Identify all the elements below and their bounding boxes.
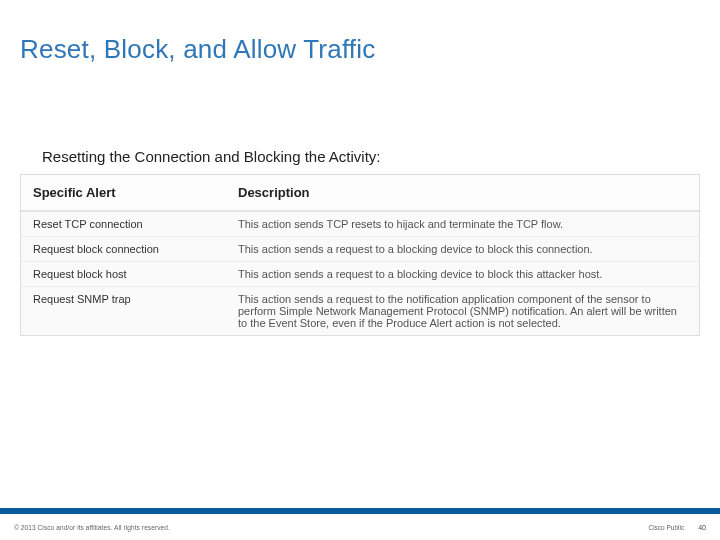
alert-table-container: Specific Alert Description Reset TCP con… [20, 174, 700, 336]
subheading: Resetting the Connection and Blocking th… [42, 148, 381, 165]
column-header-description: Description [226, 175, 699, 211]
slide-title: Reset, Block, and Allow Traffic [20, 34, 375, 65]
footer: © 2013 Cisco and/or its affiliates. All … [0, 514, 720, 540]
table-row: Request block connection This action sen… [21, 237, 699, 262]
alert-table: Specific Alert Description Reset TCP con… [21, 175, 699, 335]
table-header-row: Specific Alert Description [21, 175, 699, 211]
table-row: Request block host This action sends a r… [21, 262, 699, 287]
column-header-alert: Specific Alert [21, 175, 226, 211]
footer-right: Cisco Public 40 [648, 524, 706, 531]
table-row: Request SNMP trap This action sends a re… [21, 287, 699, 336]
cell-alert-name: Reset TCP connection [21, 211, 226, 237]
copyright-text: © 2013 Cisco and/or its affiliates. All … [14, 524, 170, 531]
slide: Reset, Block, and Allow Traffic Resettin… [0, 0, 720, 540]
cell-alert-name: Request block host [21, 262, 226, 287]
cell-alert-desc: This action sends TCP resets to hijack a… [226, 211, 699, 237]
cell-alert-name: Request block connection [21, 237, 226, 262]
cell-alert-desc: This action sends a request to a blockin… [226, 237, 699, 262]
footer-label: Cisco Public [648, 524, 684, 531]
page-number: 40 [698, 524, 706, 531]
cell-alert-name: Request SNMP trap [21, 287, 226, 336]
cell-alert-desc: This action sends a request to a blockin… [226, 262, 699, 287]
cell-alert-desc: This action sends a request to the notif… [226, 287, 699, 336]
table-row: Reset TCP connection This action sends T… [21, 211, 699, 237]
